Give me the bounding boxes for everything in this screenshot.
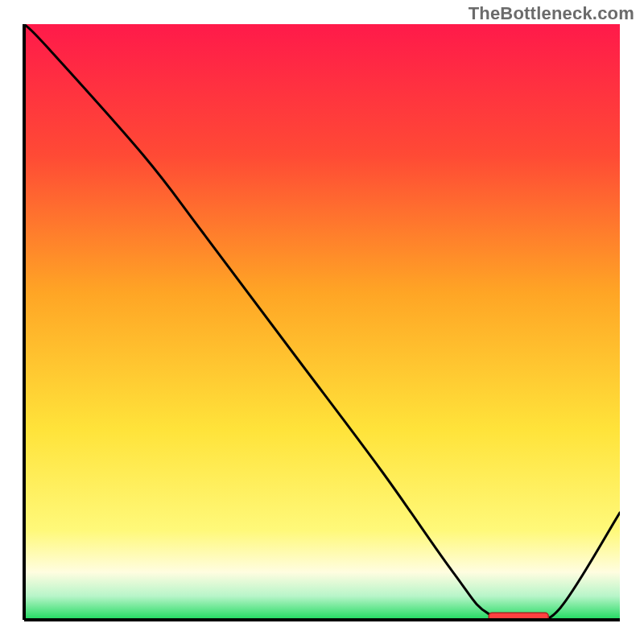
plot-background-gradient xyxy=(24,24,620,620)
bottleneck-chart xyxy=(0,0,644,644)
chart-container: TheBottleneck.com xyxy=(0,0,644,644)
